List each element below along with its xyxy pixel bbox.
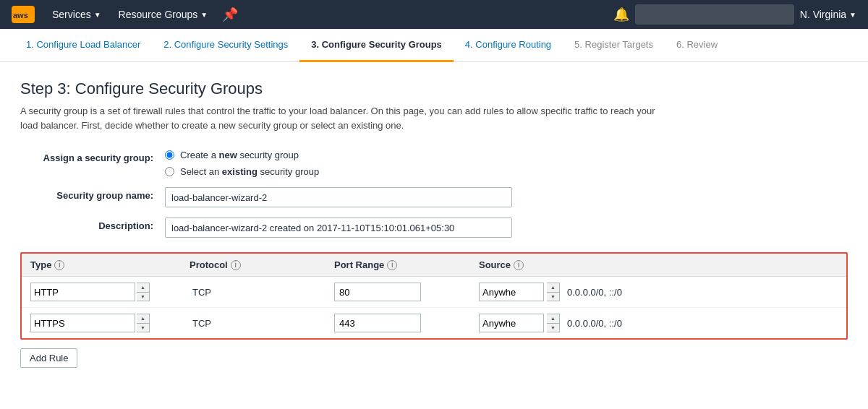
table-header-row: Type i Protocol i Port Range i Source i xyxy=(22,254,846,277)
row1-source-spinner[interactable]: ▲ ▼ xyxy=(547,283,560,301)
row2-protocol-cell: TCP xyxy=(190,317,334,329)
radio-new-input[interactable] xyxy=(165,150,174,160)
radio-new-text: Create a new security group xyxy=(180,150,299,160)
step-6: 6. Review xyxy=(665,29,729,62)
step-2-label: 2. Configure Security Settings xyxy=(163,39,288,50)
top-nav: aws Services ▼ Resource Groups ▼ 📌 🔔 N. … xyxy=(0,0,868,29)
type-info-icon[interactable]: i xyxy=(54,260,64,270)
row2-source-spinner-down[interactable]: ▼ xyxy=(547,324,559,332)
radio-existing-input[interactable] xyxy=(165,167,174,176)
row2-protocol-text: TCP xyxy=(190,318,211,329)
step-5-label: 5. Register Targets xyxy=(574,39,653,50)
row2-type-spinner[interactable]: ▲ ▼ xyxy=(137,314,150,332)
step-3[interactable]: 3. Configure Security Groups xyxy=(299,29,454,62)
row2-source-spinner[interactable]: ▲ ▼ xyxy=(547,314,560,332)
svg-text:aws: aws xyxy=(13,11,28,20)
row1-protocol-text: TCP xyxy=(190,287,211,298)
pin-icon[interactable]: 📌 xyxy=(222,7,238,22)
row2-source-wrapper: ▲ ▼ 0.0.0.0/0, ::/0 xyxy=(479,314,838,332)
radio-existing-option[interactable]: Select an existing security group xyxy=(165,166,319,177)
row2-type-cell: ▲ ▼ xyxy=(30,314,190,332)
nav-search-input[interactable] xyxy=(635,4,794,25)
description-input[interactable] xyxy=(165,218,512,238)
aws-logo: aws xyxy=(12,6,35,23)
assign-sg-row: Assign a security group: Create a new se… xyxy=(20,150,848,177)
row1-port-cell xyxy=(334,283,479,301)
row1-source-spinner-up[interactable]: ▲ xyxy=(547,283,559,293)
row1-source-select[interactable] xyxy=(479,283,544,301)
description-label: Description: xyxy=(20,218,165,231)
row1-source-spinner-down[interactable]: ▼ xyxy=(547,293,559,301)
services-label: Services xyxy=(52,9,91,20)
steps-bar: 1. Configure Load Balancer 2. Configure … xyxy=(0,29,868,62)
col-type-label: Type xyxy=(30,259,51,270)
sg-name-input[interactable] xyxy=(165,187,512,207)
col-source-label: Source xyxy=(479,259,511,270)
row1-type-spinner-up[interactable]: ▲ xyxy=(137,283,149,293)
step-3-label: 3. Configure Security Groups xyxy=(311,39,442,50)
page-title: Step 3: Configure Security Groups xyxy=(20,79,848,98)
assign-sg-label: Assign a security group: xyxy=(20,150,165,163)
region-selector[interactable]: N. Virginia ▼ xyxy=(800,9,856,20)
row1-protocol-cell: TCP xyxy=(190,286,334,298)
row1-type-cell: ▲ ▼ xyxy=(30,283,190,301)
step-4-label: 4. Configure Routing xyxy=(465,39,551,50)
rules-table: Type i Protocol i Port Range i Source i xyxy=(20,252,848,340)
row2-port-cell xyxy=(334,314,479,332)
row2-type-spinner-up[interactable]: ▲ xyxy=(137,314,149,324)
region-label: N. Virginia xyxy=(800,9,846,20)
step-2[interactable]: 2. Configure Security Settings xyxy=(152,29,299,62)
table-row: ▲ ▼ TCP ▲ ▼ 0.0.0.0/0, ::/0 xyxy=(22,277,846,308)
step-6-label: 6. Review xyxy=(676,39,718,50)
resource-groups-chevron-icon: ▼ xyxy=(200,11,208,19)
col-port-label: Port Range xyxy=(334,259,384,270)
col-port-header: Port Range i xyxy=(334,259,479,270)
row1-source-wrapper: ▲ ▼ 0.0.0.0/0, ::/0 xyxy=(479,283,838,301)
row2-source-spinner-up[interactable]: ▲ xyxy=(547,314,559,324)
row2-source-select[interactable] xyxy=(479,314,544,332)
region-chevron-icon: ▼ xyxy=(849,11,856,19)
row1-type-spinner[interactable]: ▲ ▼ xyxy=(137,283,150,301)
protocol-info-icon[interactable]: i xyxy=(231,260,241,270)
radio-existing-text: Select an existing security group xyxy=(180,166,319,177)
add-rule-button[interactable]: Add Rule xyxy=(20,348,77,368)
row2-type-wrapper: ▲ ▼ xyxy=(30,314,175,332)
row1-type-input[interactable] xyxy=(30,283,135,301)
row2-type-spinner-down[interactable]: ▼ xyxy=(137,324,149,332)
col-type-header: Type i xyxy=(30,259,190,270)
resource-groups-nav[interactable]: Resource Groups ▼ xyxy=(113,9,214,20)
services-nav[interactable]: Services ▼ xyxy=(46,9,107,20)
step-1-label: 1. Configure Load Balancer xyxy=(26,39,140,50)
row1-port-input[interactable] xyxy=(334,283,421,301)
col-source-header: Source i xyxy=(479,259,838,270)
row1-source-cell: ▲ ▼ 0.0.0.0/0, ::/0 xyxy=(479,283,838,301)
services-chevron-icon: ▼ xyxy=(94,11,101,19)
row2-source-value: 0.0.0.0/0, ::/0 xyxy=(567,318,622,329)
source-info-icon[interactable]: i xyxy=(514,260,524,270)
description-row: Description: xyxy=(20,218,848,238)
col-protocol-header: Protocol i xyxy=(190,259,334,270)
row1-source-value: 0.0.0.0/0, ::/0 xyxy=(567,287,622,298)
assign-sg-radio-group: Create a new security group Select an ex… xyxy=(165,150,319,177)
row2-source-cell: ▲ ▼ 0.0.0.0/0, ::/0 xyxy=(479,314,838,332)
row1-type-wrapper: ▲ ▼ xyxy=(30,283,175,301)
resource-groups-label: Resource Groups xyxy=(119,9,198,20)
port-info-icon[interactable]: i xyxy=(387,260,397,270)
step-1[interactable]: 1. Configure Load Balancer xyxy=(14,29,152,62)
sg-name-label: Security group name: xyxy=(20,187,165,201)
bell-icon[interactable]: 🔔 xyxy=(613,7,629,22)
row1-type-spinner-down[interactable]: ▼ xyxy=(137,293,149,301)
page-description: A security group is a set of firewall ru… xyxy=(20,104,671,132)
radio-new-option[interactable]: Create a new security group xyxy=(165,150,319,160)
step-5: 5. Register Targets xyxy=(563,29,665,62)
col-protocol-label: Protocol xyxy=(190,259,228,270)
row2-type-input[interactable] xyxy=(30,314,135,332)
main-content: Step 3: Configure Security Groups A secu… xyxy=(0,62,868,385)
sg-name-row: Security group name: xyxy=(20,187,848,207)
aws-logo-box: aws xyxy=(12,6,35,23)
table-row: ▲ ▼ TCP ▲ ▼ 0.0.0.0/0, ::/0 xyxy=(22,308,846,338)
step-4[interactable]: 4. Configure Routing xyxy=(454,29,563,62)
row2-port-input[interactable] xyxy=(334,314,421,332)
